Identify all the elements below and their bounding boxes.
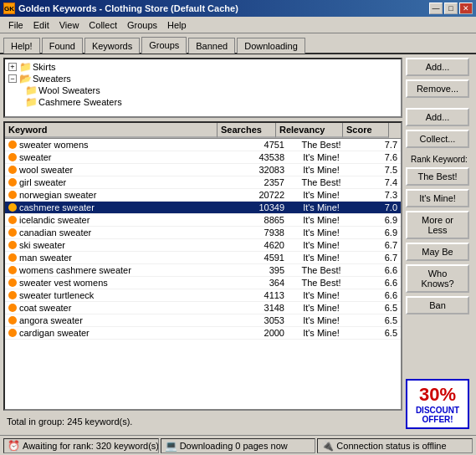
folder-icon-sweaters: 📂 (19, 74, 31, 84)
table-body[interactable]: sweater womens 4751 The Best! 7.7 sweate… (5, 139, 401, 409)
cell-keyword: angora sweater (5, 314, 229, 326)
cell-searches: 3148 (229, 302, 288, 314)
tab-keywords[interactable]: Keywords (84, 38, 140, 54)
row-bullet (8, 291, 17, 299)
cell-keyword: man sweater (5, 252, 229, 263)
menu-edit[interactable]: Edit (28, 18, 54, 32)
minimize-button[interactable]: — (429, 3, 443, 14)
tree-expand-sweaters[interactable]: − (8, 74, 17, 83)
cell-keyword: sweater womens (5, 139, 229, 151)
cell-score: 7.3 (355, 189, 401, 201)
maximize-button[interactable]: □ (444, 3, 458, 14)
table-row[interactable]: angora sweater 3053 It's Mine! 6.5 (5, 314, 401, 327)
cell-searches: 4751 (229, 139, 288, 151)
cell-score: 7.6 (355, 151, 401, 163)
table-row[interactable]: girl sweater 2357 The Best! 7.4 (5, 176, 401, 189)
cell-score: 6.6 (355, 289, 401, 301)
table-header: Keyword Searches Relevancy Score (5, 123, 401, 139)
add-bottom-button[interactable]: Add... (406, 108, 469, 126)
the-best-button[interactable]: The Best! (406, 167, 469, 186)
ban-button[interactable]: Ban (406, 296, 469, 314)
table-row[interactable]: womens cashmere sweater 395 The Best! 6.… (5, 264, 401, 277)
cell-keyword: icelandic sweater (5, 214, 229, 226)
row-bullet (8, 141, 17, 149)
titlebar-title: Golden Keywords - Clothing Store (Defaul… (18, 3, 426, 13)
table-row[interactable]: sweater turtleneck 4113 It's Mine! 6.6 (5, 289, 401, 302)
folder-icon-cashmere: 📁 (25, 97, 37, 107)
collect-button[interactable]: Collect... (406, 130, 469, 148)
cell-score: 6.6 (355, 277, 401, 289)
tree-item-wool-sweaters[interactable]: 📁 Wool Sweaters (7, 84, 399, 96)
cell-relevancy: It's Mine! (288, 214, 355, 226)
cell-searches: 4591 (229, 252, 288, 263)
remove-button[interactable]: Remove... (406, 79, 469, 98)
menu-help[interactable]: Help (162, 18, 192, 32)
table-row[interactable]: sweater womens 4751 The Best! 7.7 (5, 139, 401, 151)
its-mine-button[interactable]: It's Mine! (406, 189, 469, 207)
table-row[interactable]: wool sweater 32083 It's Mine! 7.5 (5, 164, 401, 176)
cell-searches: 7938 (229, 227, 288, 238)
table-row[interactable]: man sweater 4591 It's Mine! 6.7 (5, 252, 401, 264)
tab-groups[interactable]: Groups (141, 37, 187, 54)
status-connection-text: Connection status is offline (336, 441, 446, 451)
cell-keyword: womens cashmere sweater (5, 264, 229, 276)
cell-relevancy: It's Mine! (288, 289, 355, 301)
cell-relevancy: It's Mine! (288, 327, 355, 339)
cell-relevancy: The Best! (288, 264, 355, 276)
table-row[interactable]: canadian sweater 7938 It's Mine! 6.9 (5, 227, 401, 239)
tree-item-cashmere-sweaters[interactable]: 📁 Cashmere Sweaters (7, 96, 399, 108)
menu-groups[interactable]: Groups (122, 18, 162, 32)
discount-box[interactable]: 30% DISCOUNT OFFER! (406, 379, 469, 429)
status-connection: 🔌 Connection status is offline (317, 438, 473, 453)
row-bullet (8, 166, 17, 174)
table-row[interactable]: icelandic sweater 8865 It's Mine! 6.9 (5, 214, 401, 227)
col-header-searches[interactable]: Searches (218, 123, 276, 138)
more-or-less-button[interactable]: More or Less (406, 211, 469, 239)
tab-help[interactable]: Help! (3, 38, 40, 54)
cell-relevancy: It's Mine! (288, 151, 355, 163)
cell-score: 7.7 (355, 139, 401, 151)
table-row[interactable]: sweater vest womens 364 The Best! 6.6 (5, 277, 401, 289)
col-header-relevancy[interactable]: Relevancy (276, 123, 343, 138)
tree-expand-skirts[interactable]: + (8, 63, 17, 71)
cell-relevancy: It's Mine! (288, 189, 355, 201)
cell-searches: 43538 (229, 151, 288, 163)
row-bullet (8, 329, 17, 337)
folder-icon-skirts: 📁 (19, 62, 31, 72)
download-icon: 💻 (165, 440, 177, 452)
col-header-keyword[interactable]: Keyword (5, 123, 218, 138)
table-row[interactable]: cardigan sweater 2000 It's Mine! 6.5 (5, 327, 401, 340)
tab-found[interactable]: Found (42, 38, 83, 54)
menu-file[interactable]: File (3, 18, 28, 32)
who-knows-button[interactable]: Who Knows? (406, 264, 469, 293)
table-row[interactable]: sweater 43538 It's Mine! 7.6 (5, 151, 401, 164)
cell-score: 7.4 (355, 176, 401, 188)
status-rank-text: Awaiting for rank: 320 keyword(s) (23, 441, 159, 451)
add-top-button[interactable]: Add... (406, 58, 469, 76)
cell-keyword: sweater vest womens (5, 277, 229, 289)
cell-searches: 2357 (229, 176, 288, 188)
tree-item-skirts[interactable]: + 📁 Skirts (7, 61, 399, 73)
close-button[interactable]: ✕ (459, 3, 473, 14)
table-row[interactable]: norwegian sweater 20722 It's Mine! 7.3 (5, 189, 401, 202)
right-panel: Add... Remove... Add... Collect... Rank … (406, 58, 473, 429)
tab-banned[interactable]: Banned (188, 38, 235, 54)
table-row[interactable]: cashmere sweater 10349 It's Mine! 7.0 (5, 202, 401, 214)
tab-downloading[interactable]: Downloading (237, 38, 305, 54)
cell-keyword: cardigan sweater (5, 327, 229, 339)
statusbar: ⏰ Awaiting for rank: 320 keyword(s) 💻 Do… (0, 435, 476, 455)
col-header-score[interactable]: Score (343, 123, 389, 138)
cell-searches: 395 (229, 264, 288, 276)
cell-keyword: coat sweater (5, 302, 229, 314)
table-row[interactable]: coat sweater 3148 It's Mine! 6.5 (5, 302, 401, 314)
tree-item-sweaters[interactable]: − 📂 Sweaters (7, 73, 399, 84)
cell-keyword: sweater turtleneck (5, 289, 229, 301)
menu-view[interactable]: View (54, 18, 84, 32)
rank-keyword-label: Rank Keyword: (406, 155, 473, 164)
may-be-button[interactable]: May Be (406, 243, 469, 261)
cell-keyword: girl sweater (5, 176, 229, 188)
tree-view[interactable]: + 📁 Skirts − 📂 Sweaters 📁 Wool Sweaters … (3, 58, 402, 118)
menu-collect[interactable]: Collect (84, 18, 122, 32)
table-row[interactable]: ski sweater 4620 It's Mine! 6.7 (5, 239, 401, 252)
titlebar: GK Golden Keywords - Clothing Store (Def… (0, 0, 476, 17)
